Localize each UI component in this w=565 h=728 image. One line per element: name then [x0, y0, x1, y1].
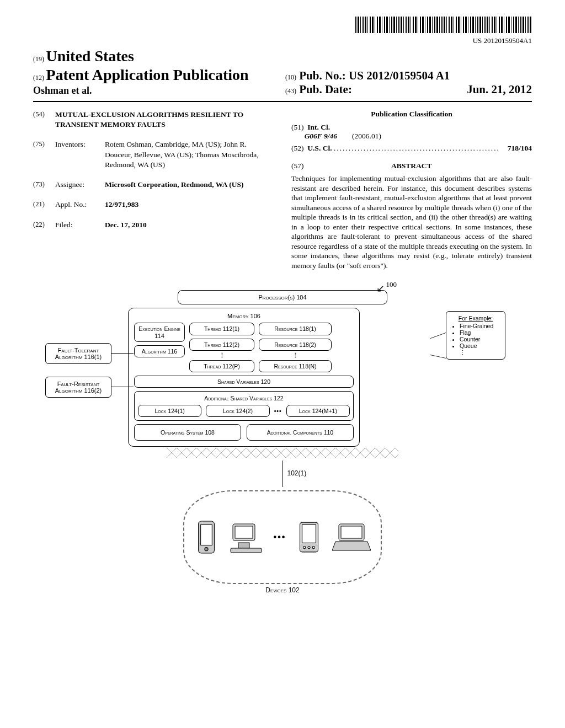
ellipsis-icon: ••• — [274, 408, 282, 414]
assignee-label: Assignee: — [55, 180, 105, 190]
vdots-icon: ⋮ — [259, 354, 332, 357]
pda-device-icon — [297, 520, 321, 554]
applno: 12/971,983 — [105, 200, 274, 210]
country-title: United States — [46, 47, 134, 65]
ellipsis-icon: ••• — [274, 532, 286, 542]
operating-system-box: Operating System 108 — [134, 424, 241, 441]
code-73: (73) — [33, 180, 55, 190]
example-item: Fine-Grained — [460, 323, 499, 329]
code-75: (75) — [33, 140, 55, 170]
devices-cloud: ••• — [183, 490, 382, 584]
ref-100: 100 — [386, 280, 397, 289]
shared-variables-box: Shared Variables 120 — [134, 376, 354, 388]
authors-line: Oshman et al. — [33, 85, 280, 97]
example-item: Flag — [460, 329, 499, 336]
abstract-heading: ABSTRACT — [306, 162, 518, 170]
intcl-code: G06F 9/46 — [305, 132, 337, 140]
intcl-label: Int. Cl. — [307, 123, 330, 131]
lock-box: Lock 124(2) — [206, 405, 269, 417]
burst-separator — [167, 445, 398, 461]
resource-box: Resource 118(1) — [259, 323, 332, 335]
figure-1: 100 Fault-Tolerant Algorithm 116(1) Faul… — [33, 290, 532, 594]
svg-point-11 — [313, 547, 315, 549]
svg-point-9 — [303, 547, 306, 549]
thread-box: Thread 112(1) — [189, 323, 254, 335]
right-column: Publication Classification (51) Int. Cl.… — [291, 110, 532, 270]
example-heading: For Example: — [452, 315, 499, 322]
barcode-label: US 20120159504A1 — [33, 36, 532, 45]
callout-line — [430, 333, 446, 339]
execution-engine-box: Execution Engine 114 — [134, 323, 185, 341]
pub-date: Jun. 21, 2012 — [467, 83, 532, 97]
abstract-text: Techniques for implementing mutual-exclu… — [291, 174, 532, 270]
lock-box: Lock 124(1) — [138, 405, 201, 417]
example-item: Counter — [460, 336, 499, 342]
laptop-device-icon — [332, 520, 371, 554]
resource-box: Resource 118(N) — [259, 360, 332, 372]
pub-no: US 2012/0159504 A1 — [349, 69, 450, 82]
code-54: (54) — [33, 110, 55, 130]
svg-rect-6 — [231, 548, 262, 553]
example-item: ⋮ — [460, 349, 499, 356]
intcl-date: (2006.01) — [352, 132, 381, 140]
publication-type: Patent Application Publication — [46, 66, 249, 83]
svg-point-2 — [204, 548, 207, 551]
svg-rect-5 — [238, 543, 249, 548]
uscl-value: 718/104 — [508, 144, 532, 153]
left-column: (54) MUTUAL-EXCLUSION ALGORITHMS RESILIE… — [33, 110, 274, 270]
code-43: (43) — [285, 87, 296, 95]
lead-line: 102(1) — [282, 461, 283, 487]
svg-point-10 — [308, 547, 310, 549]
code-52: (52) — [291, 144, 304, 152]
thread-box: Thread 112(P) — [189, 360, 254, 372]
inventors-label: Inventors: — [55, 140, 105, 170]
additional-shared-box: Additional Shared Variables 122 Lock 124… — [134, 391, 354, 421]
code-10: (10) — [285, 73, 296, 81]
pub-date-label: Pub. Date: — [299, 83, 352, 96]
assignee: Microsoft Corporation, Redmond, WA (US) — [105, 180, 274, 190]
desktop-device-icon — [230, 520, 263, 554]
example-item: Queue — [460, 342, 499, 349]
barcode-region: US 20120159504A1 — [33, 17, 532, 45]
phone-device-icon — [194, 520, 218, 554]
devices-label: Devices 102 — [128, 586, 437, 594]
code-19: (19) — [33, 55, 44, 63]
filed-label: Filed: — [55, 220, 105, 230]
svg-rect-4 — [235, 526, 253, 538]
code-12: (12) — [33, 74, 44, 82]
code-22: (22) — [33, 220, 55, 230]
filed: Dec. 17, 2010 — [105, 220, 274, 230]
algorithm-box: Algorithm 116 — [134, 345, 185, 357]
barcode-graphic — [355, 17, 532, 33]
thread-box: Thread 112(2) — [189, 339, 254, 351]
code-21: (21) — [33, 200, 55, 210]
applno-label: Appl. No.: — [55, 200, 105, 210]
inventors: Rotem Oshman, Cambridge, MA (US); John R… — [105, 140, 274, 170]
svg-rect-13 — [341, 526, 362, 538]
lead-label: 102(1) — [287, 469, 307, 477]
lock-box: Lock 124(M+1) — [286, 405, 350, 417]
code-57: (57) — [291, 162, 304, 170]
header-rule — [33, 101, 532, 102]
additional-components-box: Additional Components 110 — [247, 424, 354, 441]
uscl-dots: ........................................… — [334, 144, 500, 152]
callout-example: For Example: Fine-Grained Flag Counter Q… — [446, 311, 505, 360]
callout-line — [111, 353, 134, 354]
uscl-label: U.S. Cl. — [307, 144, 332, 152]
callout-fault-resistant: Fault-Resistant Algorithm 116(2) — [45, 377, 111, 398]
invention-title: MUTUAL-EXCLUSION ALGORITHMS RESILIENT TO… — [55, 110, 274, 130]
header: (19) United States (12) Patent Applicati… — [33, 47, 532, 97]
callout-fault-tolerant: Fault-Tolerant Algorithm 116(1) — [45, 343, 111, 364]
memory-box: Memory 106 Execution Engine 114 Algorith… — [128, 308, 360, 447]
callout-line — [111, 387, 134, 387]
code-51: (51) — [291, 123, 304, 131]
svg-rect-8 — [302, 525, 316, 543]
pub-classification-heading: Publication Classification — [291, 110, 532, 119]
memory-title: Memory 106 — [134, 313, 354, 319]
vdots-icon: ⋮ — [189, 354, 254, 357]
pub-no-label: Pub. No.: — [299, 69, 346, 82]
resource-box: Resource 118(2) — [259, 339, 332, 351]
processors-box: Processor(s) 104 — [178, 290, 387, 304]
svg-rect-1 — [200, 525, 212, 545]
callout-line — [430, 355, 446, 358]
